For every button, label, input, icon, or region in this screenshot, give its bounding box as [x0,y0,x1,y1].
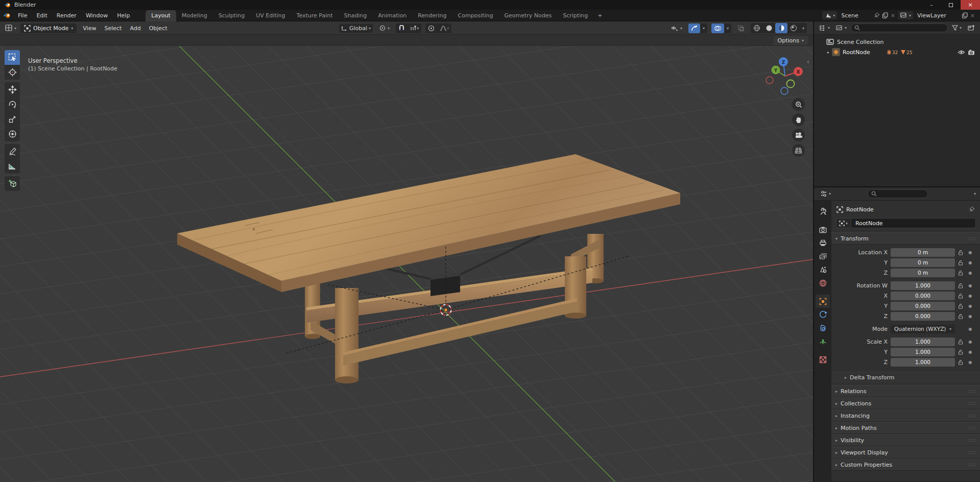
outliner-editor-type-button[interactable]: ▾ [817,23,832,32]
value-field[interactable]: 1.000 [891,338,955,346]
animate-property-dot[interactable]: ● [966,250,974,255]
tool-scale[interactable] [5,112,20,127]
tool-rotate[interactable] [5,97,20,112]
new-collection-button[interactable] [966,23,977,32]
shading-wireframe-button[interactable] [751,23,763,33]
panel-grip-icon[interactable]: ∷∷ [968,401,976,406]
tool-measure[interactable] [5,159,20,174]
lock-icon[interactable] [958,359,963,365]
panel-grip-icon[interactable]: ∷∷ [968,413,976,419]
properties-tab-object[interactable] [816,295,830,308]
camera-view-button[interactable] [792,129,805,141]
properties-options-dropdown[interactable]: ▾ [974,191,976,196]
options-button[interactable]: Options▾ [774,36,808,45]
animate-property-dot[interactable]: ● [966,314,974,319]
animate-property-dot[interactable]: ● [966,260,974,265]
panel-custom-properties[interactable]: ▸Custom Properties∷∷ [831,459,980,471]
panel-viewport-display[interactable]: ▸Viewport Display∷∷ [831,446,980,459]
value-field[interactable]: 1.000 [891,348,955,356]
viewlayer-browse-button[interactable]: ▾ [898,11,913,19]
expand-arrow-icon[interactable]: ▸ [827,50,829,55]
sidebar-collapse-arrow[interactable]: ‹ [807,58,809,65]
outliner-display-mode-button[interactable]: ▾ [834,24,849,32]
viewport-menu-select[interactable]: Select [100,23,126,33]
rootnode-row[interactable]: ▸ RootNode 32 25 [814,47,980,57]
snap-toggle[interactable] [396,23,408,33]
lock-icon[interactable] [958,314,963,319]
lock-icon[interactable] [958,339,963,345]
properties-editor-type-button[interactable]: ▾ [818,189,833,198]
outliner-filter-button[interactable]: ▾ [950,24,964,32]
object-name-field[interactable]: RootNode [851,218,976,228]
properties-search-input[interactable] [868,189,928,198]
panel-grip-icon[interactable]: ∷∷ [968,236,976,242]
workspace-tab-layout[interactable]: Layout [146,10,176,21]
lock-icon[interactable] [958,303,963,309]
xray-toggle[interactable] [735,24,747,33]
value-field[interactable]: 1.000 [891,358,955,367]
workspace-tab-geometry-nodes[interactable]: Geometry Nodes [498,10,557,21]
animate-property-dot[interactable]: ● [966,327,974,331]
animate-property-dot[interactable]: ● [966,294,974,298]
viewport-menu-object[interactable]: Object [145,23,172,33]
panel-grip-icon[interactable]: ∷∷ [968,389,976,394]
animate-property-dot[interactable]: ● [966,283,974,288]
lock-icon[interactable] [958,293,963,299]
value-field[interactable]: 0 m [891,269,955,277]
value-field[interactable]: 0 m [891,248,955,257]
snap-settings-dropdown[interactable]: ▾ [408,24,421,33]
unlink-scene-icon[interactable]: × [891,12,895,19]
hide-in-viewport-icon[interactable] [958,50,965,55]
disable-in-render-icon[interactable] [968,50,975,55]
properties-tab-constraints[interactable] [816,321,830,334]
tool-add-cube[interactable] [5,176,20,191]
animate-property-dot[interactable]: ● [966,271,974,275]
new-scene-icon[interactable] [882,12,889,19]
shading-material-button[interactable] [775,23,787,33]
breadcrumb-object-name[interactable]: RootNode [846,206,874,213]
panel-instancing[interactable]: ▸Instancing∷∷ [831,409,980,422]
lock-icon[interactable] [958,270,963,276]
overlays-toggle[interactable] [711,23,724,33]
viewport-menu-add[interactable]: Add [126,23,145,33]
panel-grip-icon[interactable]: ∷∷ [968,438,976,443]
properties-tab-render[interactable] [816,223,830,236]
menu-file[interactable]: File [13,11,32,20]
object-id-browse-button[interactable]: ▾ [835,218,851,228]
value-field[interactable]: 0 m [891,258,955,267]
workspace-tab-modeling[interactable]: Modeling [176,10,213,21]
workspace-tab-scripting[interactable]: Scripting [557,10,593,21]
panel-grip-icon[interactable]: ∷∷ [968,450,976,455]
properties-tab-output[interactable] [816,236,830,250]
properties-tab-scene[interactable] [816,263,830,276]
shading-dropdown[interactable]: ▾ [800,25,807,32]
pan-button[interactable] [792,113,805,126]
pin-icon[interactable] [874,12,880,18]
properties-tab-texture[interactable] [816,353,830,366]
lock-icon[interactable] [958,260,963,266]
zoom-button[interactable] [792,98,805,111]
menu-help[interactable]: Help [112,11,134,20]
navigation-gizmo[interactable]: Z Y X [762,52,811,101]
viewport-menu-view[interactable]: View [79,23,100,33]
gizmos-dropdown[interactable]: ▾ [700,25,707,32]
proportional-falloff-dropdown[interactable]: ▾ [437,24,451,33]
shading-rendered-button[interactable] [787,23,800,33]
properties-tab-view-layer[interactable] [816,250,830,263]
menu-edit[interactable]: Edit [32,11,52,20]
panel-grip-icon[interactable]: ∷∷ [968,425,976,431]
viewport-editor[interactable]: ▾ Object Mode ▾ ViewSelectAddObject [0,21,813,482]
delta-transform-subpanel[interactable]: ▸ Delta Transform [831,372,980,383]
new-viewlayer-icon[interactable] [962,12,968,19]
workspace-tab-sculpting[interactable]: Sculpting [213,10,250,21]
close-button[interactable]: × [961,0,980,10]
lock-icon[interactable] [958,283,963,288]
panel-visibility[interactable]: ▸Visibility∷∷ [831,434,980,446]
panel-collections[interactable]: ▸Collections∷∷ [831,397,980,409]
properties-tab-physics[interactable] [816,308,830,321]
proportional-edit-toggle[interactable] [425,23,437,33]
value-field[interactable]: 0.000 [891,312,955,321]
value-field[interactable]: 1.000 [891,281,955,290]
gizmos-toggle[interactable] [688,23,700,33]
outliner-search-input[interactable] [851,23,948,32]
